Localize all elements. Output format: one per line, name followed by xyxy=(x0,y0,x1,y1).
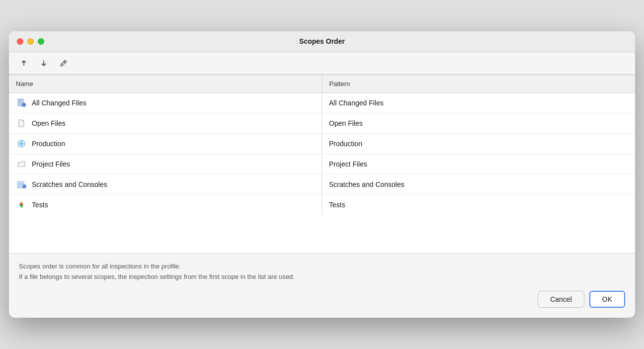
footer-text: Scopes order is common for all inspectio… xyxy=(9,254,635,286)
row-pattern-open-files: Open Files xyxy=(322,113,635,133)
row-name-open-files: Open Files xyxy=(9,113,322,133)
table-row[interactable]: Open FilesOpen Files xyxy=(9,113,635,133)
column-header-name: Name xyxy=(9,75,322,93)
edit-button[interactable] xyxy=(57,56,71,70)
table-row[interactable]: ProductionProduction xyxy=(9,133,635,154)
footer-buttons: Cancel OK xyxy=(9,286,635,318)
svg-text:!: ! xyxy=(23,104,24,107)
row-pattern-tests: Tests xyxy=(322,194,635,215)
scopes-table: Name Pattern ! All Changed FilesAll Chan… xyxy=(9,75,635,215)
table-row[interactable]: TestsTests xyxy=(9,194,635,215)
scratches-icon: ↑ xyxy=(16,179,27,190)
row-name-label: Open Files xyxy=(32,119,66,127)
ok-button[interactable]: OK xyxy=(589,291,625,308)
row-name-label: All Changed Files xyxy=(32,99,86,107)
footer-line1: Scopes order is common for all inspectio… xyxy=(19,262,625,272)
row-name-label: Production xyxy=(32,140,65,148)
row-pattern-production: Production xyxy=(322,133,635,154)
toolbar xyxy=(9,52,635,75)
arrow-down-icon xyxy=(40,59,48,67)
edit-icon xyxy=(60,59,68,67)
scopes-order-dialog: Scopes Order Name xyxy=(9,31,635,318)
traffic-lights xyxy=(17,38,44,45)
changed-files-icon: ! xyxy=(16,97,27,108)
row-pattern-scratches-and-consoles: Scratches and Consoles xyxy=(322,174,635,194)
svg-marker-17 xyxy=(19,202,23,205)
table-row[interactable]: ! All Changed FilesAll Changed Files xyxy=(9,92,635,113)
row-name-production: Production xyxy=(9,134,322,154)
scopes-table-container: Name Pattern ! All Changed FilesAll Chan… xyxy=(9,75,635,254)
project-files-icon xyxy=(16,159,27,170)
column-header-pattern: Pattern xyxy=(322,75,635,93)
svg-line-2 xyxy=(64,61,66,63)
maximize-button[interactable] xyxy=(38,38,44,45)
footer-line2: If a file belongs to several scopes, the… xyxy=(19,272,625,282)
cancel-button[interactable]: Cancel xyxy=(538,291,584,308)
move-down-button[interactable] xyxy=(37,56,51,70)
row-name-all-changed-files: ! All Changed Files xyxy=(9,93,322,113)
row-name-label: Scratches and Consoles xyxy=(32,180,107,188)
svg-marker-18 xyxy=(19,205,23,208)
move-up-button[interactable] xyxy=(17,56,31,70)
row-name-scratches-and-consoles: ↑ Scratches and Consoles xyxy=(9,174,322,194)
production-icon xyxy=(16,138,27,149)
tests-icon xyxy=(16,199,27,210)
svg-text:↑: ↑ xyxy=(24,185,25,188)
title-bar: Scopes Order xyxy=(9,31,635,52)
row-name-tests: Tests xyxy=(9,195,322,215)
dialog-title: Scopes Order xyxy=(299,37,345,45)
table-row[interactable]: Project FilesProject Files xyxy=(9,154,635,174)
table-row[interactable]: ↑ Scratches and ConsolesScratches and Co… xyxy=(9,174,635,194)
arrow-up-icon xyxy=(20,59,28,67)
row-pattern-all-changed-files: All Changed Files xyxy=(322,92,635,113)
row-pattern-project-files: Project Files xyxy=(322,154,635,174)
row-name-project-files: Project Files xyxy=(9,154,322,174)
minimize-button[interactable] xyxy=(27,38,34,45)
row-name-label: Project Files xyxy=(32,160,70,168)
row-name-label: Tests xyxy=(32,201,48,209)
open-files-icon xyxy=(16,118,27,129)
close-button[interactable] xyxy=(17,38,23,45)
